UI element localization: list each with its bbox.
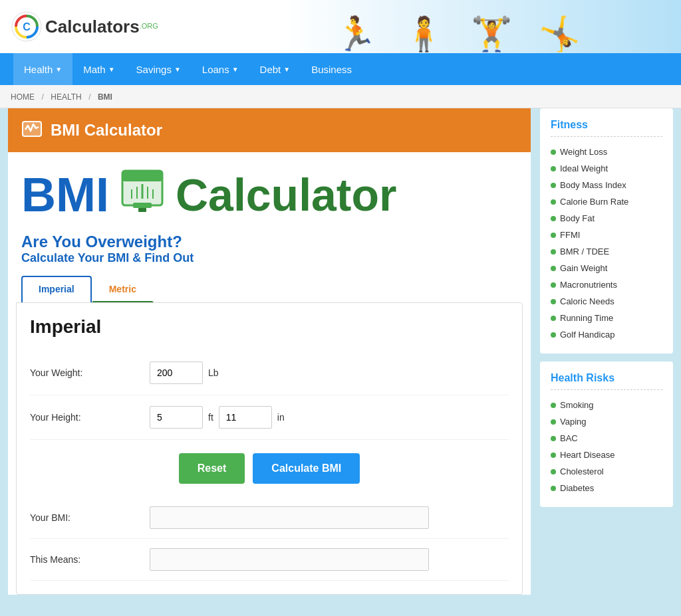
svg-rect-11 xyxy=(138,208,146,212)
nav-health-label: Health xyxy=(24,64,53,75)
list-item[interactable]: BAC xyxy=(551,430,662,447)
svg-text:C: C xyxy=(23,21,31,33)
nav-loans-chevron: ▼ xyxy=(232,66,239,73)
nav-business[interactable]: Business xyxy=(301,53,362,85)
logo-label: Calculators.ORG xyxy=(45,17,158,37)
sidebar-fitness-card: Fitness Weight Loss Ideal Weight Body Ma… xyxy=(540,108,673,354)
list-item[interactable]: Macronutrients xyxy=(551,276,662,293)
height-ft-unit: ft xyxy=(208,412,213,423)
list-item[interactable]: Caloric Needs xyxy=(551,293,662,310)
bullet-icon xyxy=(551,233,556,238)
breadcrumb: HOME / HEALTH / BMI xyxy=(0,85,681,108)
height-in-input[interactable] xyxy=(219,406,272,429)
tab-imperial[interactable]: Imperial xyxy=(21,276,92,302)
sidebar-health-risks-card: Health Risks Smoking Vaping BAC Heart Di… xyxy=(540,361,673,507)
bullet-icon xyxy=(551,486,556,491)
imperial-form: Imperial Your Weight: Lb Your Height: ft… xyxy=(16,302,523,595)
content-area: BMI Calculator BMI Calculator xyxy=(8,108,531,595)
nav-debt[interactable]: Debt ▼ xyxy=(249,53,301,85)
nav-loans-label: Loans xyxy=(202,64,229,75)
list-item[interactable]: Cholesterol xyxy=(551,463,662,480)
reset-button[interactable]: Reset xyxy=(179,453,245,484)
nav-savings-chevron: ▼ xyxy=(174,66,181,73)
nav-debt-chevron: ▼ xyxy=(283,66,290,73)
list-item[interactable]: Body Mass Index xyxy=(551,177,662,193)
header: C Calculators.ORG 🏃 🧍 🏋️ 🤸 xyxy=(0,0,681,53)
character1: 🏃 xyxy=(335,15,376,53)
calculate-button[interactable]: Calculate BMI xyxy=(253,453,360,484)
logo-icon: C xyxy=(11,11,43,43)
sidebar: Fitness Weight Loss Ideal Weight Body Ma… xyxy=(540,108,673,595)
list-item[interactable]: Ideal Weight xyxy=(551,160,662,177)
list-item[interactable]: Diabetes xyxy=(551,480,662,496)
subtitle-line1: Are You Overweight? xyxy=(21,233,517,251)
list-item[interactable]: Golf Handicap xyxy=(551,326,662,343)
means-result-input[interactable] xyxy=(150,548,429,571)
bullet-icon xyxy=(551,150,556,155)
bullet-icon xyxy=(551,249,556,255)
bullet-icon xyxy=(551,403,556,408)
list-item[interactable]: Smoking xyxy=(551,397,662,413)
bullet-icon xyxy=(551,436,556,441)
height-in-unit: in xyxy=(277,412,285,423)
main-nav: Health ▼ Math ▼ Savings ▼ Loans ▼ Debt ▼… xyxy=(0,53,681,85)
subtitle-line2: Calculate Your BMI & Find Out xyxy=(21,251,517,265)
logo[interactable]: C Calculators.ORG xyxy=(11,11,158,43)
bmi-calc-text: Calculator xyxy=(176,172,397,217)
breadcrumb-home[interactable]: HOME xyxy=(11,92,35,102)
bullet-icon xyxy=(551,469,556,474)
sidebar-fitness-list: Weight Loss Ideal Weight Body Mass Index… xyxy=(551,144,662,343)
list-item[interactable]: Running Time xyxy=(551,310,662,326)
bmi-hero-text: BMI xyxy=(21,171,109,219)
bullet-icon xyxy=(551,316,556,321)
list-item[interactable]: Gain Weight xyxy=(551,260,662,276)
weight-unit: Lb xyxy=(208,367,219,378)
weight-input[interactable] xyxy=(150,361,203,384)
bullet-icon xyxy=(551,183,556,188)
character4: 🤸 xyxy=(539,15,580,53)
weight-row: Your Weight: Lb xyxy=(30,351,509,395)
character3: 🏋️ xyxy=(471,15,512,53)
sidebar-health-risks-list: Smoking Vaping BAC Heart Disease Cholest… xyxy=(551,397,662,496)
list-item[interactable]: BMR / TDEE xyxy=(551,243,662,260)
breadcrumb-health[interactable]: HEALTH xyxy=(51,92,81,102)
bullet-icon xyxy=(551,453,556,458)
bmi-hero: BMI Calculator xyxy=(8,152,531,230)
page-header: BMI Calculator xyxy=(8,108,531,152)
list-item[interactable]: Heart Disease xyxy=(551,447,662,463)
nav-savings[interactable]: Savings ▼ xyxy=(126,53,192,85)
main-container: BMI Calculator BMI Calculator xyxy=(0,108,681,608)
breadcrumb-bmi: BMI xyxy=(98,92,112,102)
logo-org: .ORG xyxy=(140,21,158,29)
header-illustration: 🏃 🧍 🏋️ 🤸 xyxy=(282,0,681,53)
page-title: BMI Calculator xyxy=(51,121,162,140)
nav-math[interactable]: Math ▼ xyxy=(72,53,125,85)
button-row: Reset Calculate BMI xyxy=(30,440,509,497)
height-label: Your Height: xyxy=(30,412,150,423)
bmi-scale-icon xyxy=(116,165,169,223)
list-item[interactable]: Calorie Burn Rate xyxy=(551,193,662,210)
bmi-result-row: Your BMI: xyxy=(30,497,509,539)
bullet-icon xyxy=(551,266,556,271)
bmi-result-input[interactable] xyxy=(150,506,429,529)
nav-business-label: Business xyxy=(311,64,352,75)
list-item[interactable]: Weight Loss xyxy=(551,144,662,160)
bullet-icon xyxy=(551,419,556,425)
nav-loans[interactable]: Loans ▼ xyxy=(192,53,249,85)
form-title: Imperial xyxy=(30,316,509,338)
list-item[interactable]: FFMI xyxy=(551,227,662,243)
svg-rect-4 xyxy=(122,171,162,181)
bullet-icon xyxy=(551,299,556,304)
weight-inputs: Lb xyxy=(150,361,219,384)
logo-text: Calculators xyxy=(45,17,140,37)
bullet-icon xyxy=(551,166,556,171)
tab-container: Imperial Metric xyxy=(8,276,531,302)
height-ft-input[interactable] xyxy=(150,406,203,429)
nav-health[interactable]: Health ▼ xyxy=(13,53,72,85)
character2: 🧍 xyxy=(403,15,444,53)
bullet-icon xyxy=(551,332,556,338)
bmi-subtitle: Are You Overweight? Calculate Your BMI &… xyxy=(8,230,531,276)
tab-metric[interactable]: Metric xyxy=(92,276,154,302)
list-item[interactable]: Body Fat xyxy=(551,210,662,227)
list-item[interactable]: Vaping xyxy=(551,413,662,430)
